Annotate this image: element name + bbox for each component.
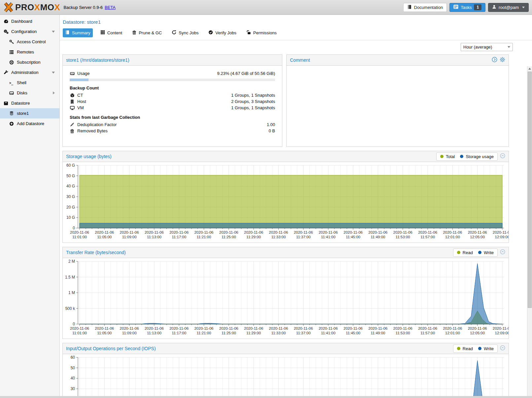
- legend-item-read[interactable]: Read: [457, 346, 473, 351]
- tab-verify-jobs[interactable]: Verify Jobs: [206, 28, 239, 37]
- legend-item-storage-usage[interactable]: Storage usage: [460, 154, 494, 159]
- legend-dot: [457, 347, 460, 350]
- documentation-button[interactable]: Documentation: [403, 3, 447, 12]
- sidebar-item-shell[interactable]: >_Shell: [0, 78, 59, 88]
- svg-text:2020-11-06: 2020-11-06: [70, 326, 89, 330]
- iops-title: Input/Output Operations per Second (IOPS…: [66, 346, 156, 351]
- svg-text:11:33:00: 11:33:00: [271, 331, 286, 335]
- usage-value: 9.23% (4.67 GiB of 50.56 GiB): [217, 71, 275, 76]
- svg-text:2020-11-06: 2020-11-06: [343, 326, 363, 330]
- legend-label: Write: [484, 346, 494, 351]
- tab-content[interactable]: Content: [98, 28, 125, 37]
- sidebar-item-add-datastore[interactable]: Add Datastore: [0, 118, 59, 129]
- svg-text:1.5 M: 1.5 M: [65, 275, 75, 280]
- row-label: Host: [77, 99, 86, 104]
- row-value: 0 B: [268, 128, 275, 133]
- gear-icon[interactable]: [500, 57, 505, 64]
- tab-label: Permissions: [253, 30, 277, 35]
- svg-text:12:01:00: 12:01:00: [445, 235, 460, 239]
- gears-icon: [3, 29, 9, 34]
- plus-circle-icon: [9, 121, 14, 126]
- sidebar-item-label: store1: [17, 111, 29, 116]
- svg-text:50 G: 50 G: [66, 174, 75, 178]
- scrollbar-thumb[interactable]: [528, 72, 532, 308]
- dashboard-icon: [3, 19, 9, 24]
- row-value: 1.00: [267, 122, 275, 127]
- compress-icon: [70, 122, 75, 127]
- collapse-panel-icon[interactable]: [500, 345, 505, 352]
- legend-item-write[interactable]: Write: [478, 346, 494, 351]
- row-label: CT: [77, 93, 83, 98]
- sidebar-item-disks[interactable]: Disks: [0, 88, 59, 98]
- svg-text:2020-11-06: 2020-11-06: [145, 230, 164, 234]
- tab-bar: SummaryContentPrune & GCSync JobsVerify …: [60, 25, 532, 40]
- svg-text:2020-11-06: 2020-11-06: [443, 326, 462, 330]
- tab-sync-jobs[interactable]: Sync Jobs: [169, 28, 201, 37]
- svg-text:>_: >_: [9, 81, 14, 85]
- svg-text:2020-11-06: 2020-11-06: [319, 326, 338, 330]
- svg-text:2020-11-06: 2020-11-06: [369, 230, 388, 234]
- legend-item-total[interactable]: Total: [440, 154, 455, 159]
- svg-text:11:49:00: 11:49:00: [371, 235, 385, 239]
- legend-item-read[interactable]: Read: [457, 250, 473, 255]
- legend-item-write[interactable]: Write: [478, 250, 494, 255]
- sidebar-item-label: Subscription: [17, 60, 41, 65]
- sidebar-item-label: Datastore: [11, 101, 30, 106]
- timeframe-select[interactable]: Hour (average): [461, 43, 513, 51]
- tab-prune-gc[interactable]: Prune & GC: [130, 28, 164, 37]
- svg-text:40 G: 40 G: [66, 184, 75, 188]
- legend-label: Write: [484, 250, 494, 255]
- svg-text:11:53:00: 11:53:00: [396, 331, 410, 335]
- collapse-panel-icon[interactable]: [500, 153, 505, 160]
- svg-text:2020-11-06: 2020-11-06: [493, 326, 509, 330]
- svg-text:11:13:00: 11:13:00: [147, 331, 161, 335]
- svg-text:11:37:00: 11:37:00: [296, 331, 311, 335]
- collapse-panel-icon[interactable]: [500, 249, 505, 256]
- chart-legend: ReadWrite: [453, 249, 498, 257]
- caret-down-icon[interactable]: [52, 31, 55, 33]
- unlock-icon: [246, 30, 251, 36]
- sidebar-item-configuration[interactable]: Configuration: [0, 26, 59, 37]
- monitor-icon: [70, 106, 75, 110]
- scroll-up-arrow-icon[interactable]: [528, 68, 531, 70]
- sidebar-item-store1[interactable]: store1: [0, 108, 59, 118]
- transfer-rate-chart: 0500 k1 M1.5 M2 M2020-11-0611:01:002020-…: [63, 258, 509, 339]
- svg-text:2020-11-06: 2020-11-06: [95, 230, 114, 234]
- sidebar-item-administration[interactable]: Administration: [0, 67, 59, 78]
- tab-label: Content: [107, 30, 123, 35]
- sidebar-item-datastore[interactable]: Datastore: [0, 98, 59, 108]
- sidebar-item-subscription[interactable]: Subscription: [0, 57, 59, 67]
- svg-text:40: 40: [71, 376, 75, 381]
- sidebar-item-remotes[interactable]: Remotes: [0, 47, 59, 57]
- svg-text:11:45:00: 11:45:00: [346, 235, 360, 239]
- trash-icon: [132, 30, 136, 36]
- beta-link[interactable]: BETA: [105, 5, 116, 10]
- svg-text:2020-11-06: 2020-11-06: [343, 230, 363, 234]
- sidebar-item-label: Remotes: [17, 50, 34, 54]
- usage-row: Usage 9.23% (4.67 GiB of 50.56 GiB): [70, 70, 275, 77]
- tab-summary[interactable]: Summary: [63, 28, 93, 37]
- datastore-summary-panel: store1 (/mnt/datastores/store1) Usage 9.…: [62, 54, 282, 147]
- chevron-circle-right-icon[interactable]: [492, 57, 497, 64]
- tab-label: Verify Jobs: [215, 30, 236, 35]
- sidebar-item-access-control[interactable]: Access Control: [0, 37, 59, 47]
- svg-text:2020-11-06: 2020-11-06: [169, 230, 189, 234]
- svg-text:11:09:00: 11:09:00: [122, 235, 137, 239]
- vertical-scrollbar[interactable]: [527, 66, 532, 398]
- svg-text:2020-11-06: 2020-11-06: [219, 326, 238, 330]
- tasks-button[interactable]: Tasks 1: [449, 3, 485, 12]
- sidebar-item-dashboard[interactable]: Dashboard: [0, 16, 59, 26]
- user-menu-button[interactable]: root@pam: [488, 3, 529, 12]
- caret-down-icon[interactable]: [52, 72, 55, 74]
- terminal-icon: >_: [9, 81, 14, 85]
- svg-text:11:45:00: 11:45:00: [346, 331, 360, 335]
- caret-right-icon[interactable]: [53, 91, 55, 94]
- proxmox-x-icon: [3, 2, 14, 12]
- summary-row-deduplication-factor: Deduplication Factor1.00: [70, 121, 275, 128]
- svg-text:2020-11-06: 2020-11-06: [120, 326, 139, 330]
- svg-text:11:09:00: 11:09:00: [122, 331, 137, 335]
- svg-text:2020-11-06: 2020-11-06: [269, 326, 288, 330]
- tab-permissions[interactable]: Permissions: [244, 28, 279, 37]
- svg-text:11:53:00: 11:53:00: [396, 235, 410, 239]
- svg-text:2020-11-06: 2020-11-06: [169, 326, 189, 330]
